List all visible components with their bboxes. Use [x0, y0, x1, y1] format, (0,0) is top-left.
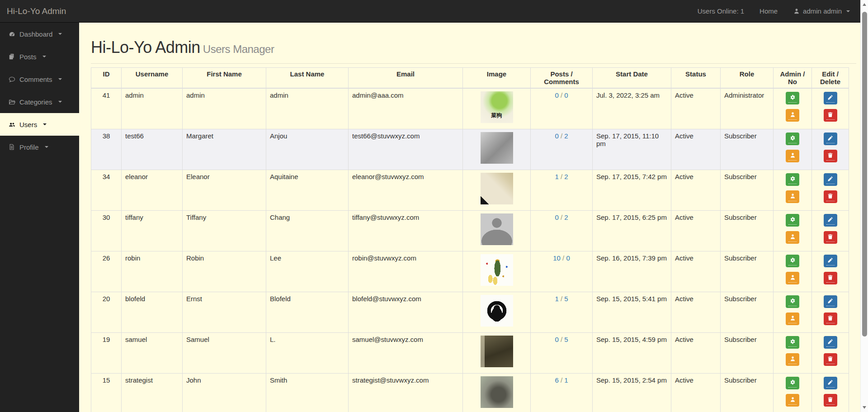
cell-status: Active	[671, 129, 721, 170]
edit-user-button[interactable]	[824, 173, 837, 186]
posts-count-link[interactable]: 0	[555, 213, 558, 221]
edit-user-button[interactable]	[824, 295, 837, 308]
sidebar: Dashboard Posts Comments Categories User…	[0, 23, 79, 412]
cell-status: Active	[671, 170, 721, 211]
column-header-posts-comments: Posts / Comments	[531, 68, 593, 89]
cell-image	[463, 374, 531, 412]
tooltip-underline	[826, 200, 835, 201]
cell-email: strategist@stuvwxyz.com	[349, 374, 463, 412]
make-admin-button[interactable]	[786, 173, 799, 186]
comments-count-link[interactable]: 0	[564, 91, 568, 99]
cell-first-name: John	[183, 374, 266, 412]
make-subscriber-button[interactable]	[786, 272, 799, 284]
edit-user-button[interactable]	[824, 133, 837, 145]
sidebar-item-dashboard[interactable]: Dashboard	[0, 23, 79, 45]
posts-count-link[interactable]: 6	[555, 376, 558, 384]
users-table: IDUsernameFirst NameLast NameEmailImageP…	[91, 67, 849, 412]
make-subscriber-button[interactable]	[786, 109, 799, 122]
make-admin-button[interactable]	[786, 255, 799, 267]
column-header-role: Role	[721, 68, 774, 89]
edit-user-button[interactable]	[824, 92, 837, 104]
posts-count-link[interactable]: 10	[553, 254, 561, 262]
cell-admin-no	[774, 374, 812, 412]
delete-user-button[interactable]	[824, 109, 837, 122]
sidebar-item-comments[interactable]: Comments	[0, 68, 79, 90]
sidebar-item-label: Categories	[19, 98, 52, 106]
comments-count-link[interactable]: 2	[564, 173, 568, 180]
tooltip-underline	[788, 265, 797, 265]
make-subscriber-button[interactable]	[786, 150, 799, 162]
delete-user-button[interactable]	[824, 353, 837, 366]
edit-user-button[interactable]	[824, 255, 837, 267]
scroll-down-arrow[interactable]	[863, 406, 866, 409]
sidebar-item-users[interactable]: Users	[0, 113, 79, 136]
trash-icon	[827, 396, 834, 403]
posts-count-link[interactable]: 0	[555, 91, 558, 99]
scrollbar-thumb[interactable]	[862, 12, 867, 336]
cell-status: Active	[671, 333, 721, 374]
sidebar-item-categories[interactable]: Categories	[0, 90, 79, 113]
make-subscriber-button[interactable]	[786, 313, 799, 325]
sidebar-item-profile[interactable]: Profile	[0, 136, 79, 158]
gear-icon	[789, 379, 796, 386]
pencil-icon	[827, 94, 834, 101]
scroll-up-arrow[interactable]	[863, 3, 866, 6]
posts-count-link[interactable]: 0	[555, 336, 558, 343]
scrollbar[interactable]	[860, 0, 868, 412]
make-admin-button[interactable]	[786, 214, 799, 227]
posts-comments-separator: /	[559, 295, 565, 303]
edit-user-button[interactable]	[824, 214, 837, 227]
make-admin-button[interactable]	[786, 377, 799, 389]
cell-edit-delete	[812, 211, 849, 251]
posts-count-link[interactable]: 1	[555, 173, 558, 180]
home-link[interactable]: Home	[760, 7, 778, 15]
user-image	[481, 91, 513, 123]
comments-count-link[interactable]: 1	[564, 376, 568, 384]
make-admin-button[interactable]	[786, 92, 799, 104]
posts-count-link[interactable]: 0	[555, 132, 558, 140]
user-image	[481, 254, 513, 286]
make-admin-button[interactable]	[786, 133, 799, 145]
make-admin-button[interactable]	[786, 336, 799, 349]
tooltip-underline	[788, 224, 797, 225]
cell-posts-comments: 1 / 2	[531, 170, 593, 211]
sidebar-item-posts[interactable]: Posts	[0, 45, 79, 68]
tooltip-underline	[826, 241, 835, 242]
delete-user-button[interactable]	[824, 313, 837, 325]
comments-count-link[interactable]: 2	[564, 132, 568, 140]
make-subscriber-button[interactable]	[786, 190, 799, 203]
make-admin-button[interactable]	[786, 295, 799, 308]
sidebar-item-label: Posts	[19, 53, 37, 61]
cell-posts-comments: 1 / 5	[531, 292, 593, 333]
column-header-last-name: Last Name	[266, 68, 349, 89]
cell-id: 41	[91, 88, 122, 129]
tooltip-underline	[826, 404, 835, 405]
make-subscriber-button[interactable]	[786, 231, 799, 244]
make-subscriber-button[interactable]	[786, 394, 799, 407]
delete-user-button[interactable]	[824, 150, 837, 162]
posts-count-link[interactable]: 1	[555, 295, 558, 303]
cell-image	[463, 129, 531, 170]
cell-first-name: Eleanor	[183, 170, 266, 211]
comments-count-link[interactable]: 5	[564, 295, 568, 303]
user-menu[interactable]: admin admin	[793, 7, 850, 15]
edit-user-button[interactable]	[824, 377, 837, 389]
comments-count-link[interactable]: 2	[564, 213, 568, 221]
delete-user-button[interactable]	[824, 394, 837, 407]
cell-edit-delete	[812, 374, 849, 412]
comments-count-link[interactable]: 5	[564, 336, 568, 343]
delete-user-button[interactable]	[824, 231, 837, 244]
person-icon	[789, 355, 796, 363]
tooltip-underline	[826, 102, 835, 103]
tooltip-underline	[826, 119, 835, 120]
make-subscriber-button[interactable]	[786, 353, 799, 366]
navbar-brand[interactable]: Hi-Lo-Yo Admin	[7, 6, 66, 16]
column-header-edit-delete: Edit / Delete	[812, 68, 849, 89]
delete-user-button[interactable]	[824, 190, 837, 203]
tooltip-underline	[788, 322, 797, 323]
cell-username: admin	[122, 88, 183, 129]
pencil-icon	[827, 379, 834, 386]
edit-user-button[interactable]	[824, 336, 837, 349]
delete-user-button[interactable]	[824, 272, 837, 284]
comments-count-link[interactable]: 0	[566, 254, 570, 262]
